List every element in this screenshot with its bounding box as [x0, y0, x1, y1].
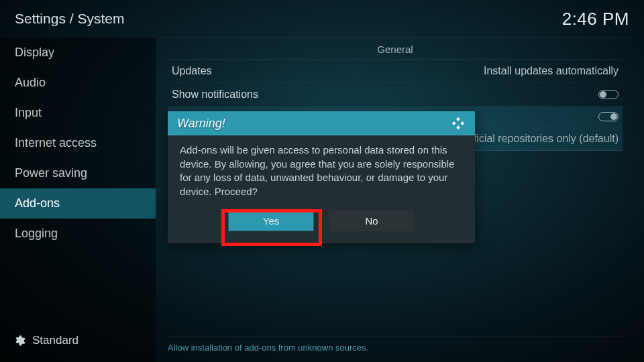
sidebar: Display Audio Input Internet access Powe…: [0, 38, 156, 362]
row-show-notifications[interactable]: Show notifications: [168, 83, 623, 107]
sidebar-item-audio[interactable]: Audio: [0, 68, 156, 98]
sidebar-item-power-saving[interactable]: Power saving: [0, 158, 156, 188]
dialog-header: Warning!: [168, 111, 475, 135]
sidebar-item-add-ons[interactable]: Add-ons: [0, 188, 156, 219]
yes-button[interactable]: Yes: [228, 211, 314, 231]
kodi-logo-icon: [451, 116, 466, 131]
footer-hint: Allow installation of add-ons from unkno…: [168, 337, 623, 353]
dialog-actions: Yes No: [168, 203, 475, 243]
dialog-title: Warning!: [177, 117, 225, 131]
row-label: Show notifications: [172, 88, 258, 101]
dialog-body: Add-ons will be given access to personal…: [168, 135, 475, 203]
row-value: Official repositories only (default): [462, 133, 619, 145]
settings-level-label: Standard: [32, 334, 78, 347]
row-value: Install updates automatically: [484, 65, 619, 77]
settings-level-button[interactable]: Standard: [0, 327, 156, 354]
gear-icon: [13, 335, 25, 347]
warning-dialog: Warning! Add-ons will be given access to…: [168, 111, 475, 243]
sidebar-item-logging[interactable]: Logging: [0, 219, 156, 249]
sidebar-item-internet-access[interactable]: Internet access: [0, 128, 156, 158]
section-title: General: [168, 38, 623, 60]
toggle-on-icon[interactable]: [598, 112, 619, 121]
sidebar-item-display[interactable]: Display: [0, 38, 156, 68]
toggle-off-icon[interactable]: [598, 90, 619, 99]
clock: 2:46 PM: [562, 9, 629, 29]
sidebar-item-input[interactable]: Input: [0, 98, 156, 128]
header: Settings / System 2:46 PM: [0, 0, 644, 38]
no-button[interactable]: No: [329, 211, 415, 231]
row-updates[interactable]: Updates Install updates automatically: [168, 60, 623, 83]
breadcrumb: Settings / System: [15, 11, 124, 27]
row-label: Updates: [172, 65, 212, 77]
